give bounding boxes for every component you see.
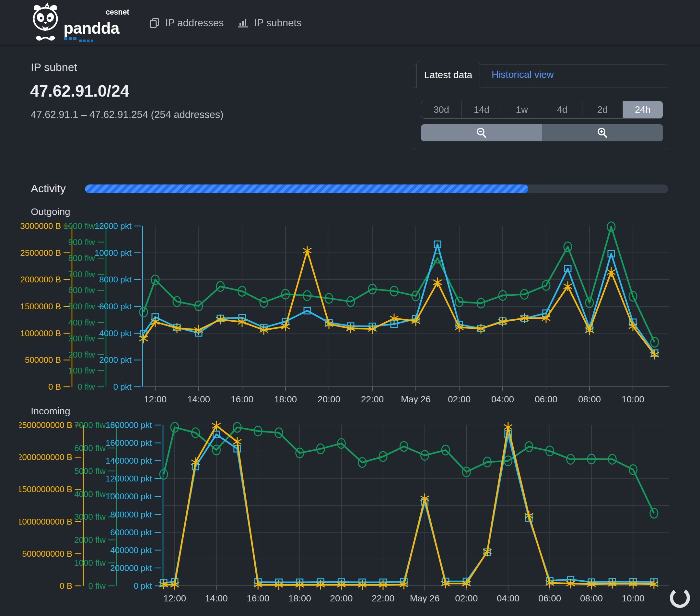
magnifier-plus-icon — [596, 127, 609, 139]
svg-text:02:00: 02:00 — [455, 593, 478, 603]
outgoing-pkt-axis: 0 pkt2000 pkt4000 pkt6000 pkt8000 pkt100… — [95, 221, 142, 392]
app-root: pandda cesnet IP addresses — [0, 0, 700, 616]
svg-text:900 flw: 900 flw — [68, 237, 95, 247]
svg-text:1200000 pkt: 1200000 pkt — [105, 474, 152, 483]
svg-text:3000000 B: 3000000 B — [20, 221, 61, 231]
activity-progress-fill — [85, 184, 528, 193]
brand-suffix: cesnet — [105, 8, 129, 16]
top-header-bar: pandda cesnet IP addresses — [0, 0, 700, 46]
svg-text:1000000 B: 1000000 B — [20, 329, 61, 338]
svg-text:22:00: 22:00 — [361, 394, 384, 404]
svg-text:1400000 pkt: 1400000 pkt — [105, 456, 152, 466]
nav-item-label: IP addresses — [165, 17, 224, 29]
svg-text:3000 flw: 3000 flw — [74, 512, 105, 522]
svg-text:200 flw: 200 flw — [68, 350, 95, 359]
svg-text:16:00: 16:00 — [231, 394, 253, 404]
range-button-2d[interactable]: 2d — [582, 101, 623, 118]
svg-text:600 flw: 600 flw — [68, 285, 95, 295]
svg-text:0 flw: 0 flw — [78, 382, 95, 392]
svg-text:300 flw: 300 flw — [68, 334, 95, 343]
subnet-address-range: 47.62.91.1 – 47.62.91.254 (254 addresses… — [31, 109, 224, 121]
svg-text:04:00: 04:00 — [497, 593, 520, 603]
svg-text:4000 flw: 4000 flw — [74, 489, 105, 499]
zoom-in-button[interactable] — [542, 124, 663, 141]
brand-logo[interactable]: pandda cesnet — [30, 2, 134, 44]
svg-text:1000000 pkt: 1000000 pkt — [105, 492, 152, 501]
svg-text:1500000000 B: 1500000000 B — [20, 484, 72, 494]
svg-text:10:00: 10:00 — [622, 394, 644, 404]
svg-text:5000 flw: 5000 flw — [74, 466, 105, 476]
range-button-14d[interactable]: 14d — [462, 101, 502, 118]
incoming-B-axis: 0 B500000000 B1000000000 B1500000000 B20… — [20, 420, 83, 591]
panda-logo-icon — [30, 2, 61, 44]
svg-text:0 pkt: 0 pkt — [113, 382, 132, 392]
svg-text:7000 flw: 7000 flw — [74, 420, 105, 430]
svg-text:2000 flw: 2000 flw — [74, 535, 105, 545]
svg-text:500000000 B: 500000000 B — [22, 549, 72, 559]
svg-text:0 B: 0 B — [60, 581, 72, 591]
incoming-chart: 12:0014:0016:0018:0020:0022:00May 2602:0… — [20, 404, 674, 616]
svg-text:500 flw: 500 flw — [68, 301, 95, 311]
loading-spinner-icon — [668, 586, 691, 609]
svg-text:12:00: 12:00 — [144, 394, 166, 404]
svg-text:800000 pkt: 800000 pkt — [110, 510, 152, 519]
tab-latest-data[interactable]: Latest data — [416, 61, 480, 88]
svg-text:800 flw: 800 flw — [68, 253, 95, 263]
nav-item-ip-addresses[interactable]: IP addresses — [149, 17, 224, 29]
svg-text:08:00: 08:00 — [580, 593, 603, 603]
svg-text:16:00: 16:00 — [247, 593, 269, 603]
activity-progress-bar — [85, 184, 668, 193]
tabs-row: Latest data Historical view — [413, 64, 668, 88]
svg-text:4000 pkt: 4000 pkt — [99, 329, 132, 338]
svg-text:May 26: May 26 — [410, 593, 440, 603]
svg-text:22:00: 22:00 — [372, 593, 395, 603]
incoming-flows-series — [160, 422, 658, 518]
range-button-1w[interactable]: 1w — [502, 101, 542, 118]
svg-text:2500000000 B: 2500000000 B — [20, 420, 72, 430]
svg-text:2000000 B: 2000000 B — [20, 275, 61, 284]
svg-text:12:00: 12:00 — [163, 593, 186, 603]
nav-item-ip-subnets[interactable]: IP subnets — [237, 17, 301, 29]
nav-item-label: IP subnets — [254, 17, 301, 29]
subnet-cidr-title: 47.62.91.0/24 — [30, 82, 129, 100]
outgoing-flows-series — [140, 222, 659, 347]
time-range-group: 30d 14d 1w 4d 2d 24h — [421, 101, 663, 119]
svg-text:04:00: 04:00 — [491, 394, 514, 404]
svg-text:400 flw: 400 flw — [68, 318, 95, 328]
svg-text:14:00: 14:00 — [205, 593, 228, 603]
svg-text:6000 flw: 6000 flw — [74, 443, 105, 453]
bar-chart-icon — [237, 17, 249, 28]
svg-text:500000 B: 500000 B — [25, 355, 61, 365]
svg-text:100 flw: 100 flw — [68, 366, 95, 375]
svg-text:600000 pkt: 600000 pkt — [110, 528, 152, 537]
range-button-4d[interactable]: 4d — [542, 101, 582, 118]
svg-text:1000000000 B: 1000000000 B — [20, 517, 72, 527]
outgoing-chart: 12:0014:0016:0018:0020:0022:00May 2602:0… — [20, 204, 674, 407]
range-button-30d[interactable]: 30d — [421, 101, 462, 118]
svg-text:200000 pkt: 200000 pkt — [110, 563, 152, 573]
page-title: IP subnet — [31, 61, 77, 74]
outgoing-packets-series — [140, 241, 658, 356]
activity-section-label: Activity — [31, 182, 66, 195]
svg-text:10000 pkt: 10000 pkt — [95, 248, 132, 258]
svg-text:2000000000 B: 2000000000 B — [20, 452, 72, 462]
svg-text:12000 pkt: 12000 pkt — [95, 221, 132, 231]
svg-text:18:00: 18:00 — [274, 394, 297, 404]
svg-text:10:00: 10:00 — [622, 593, 645, 603]
zoom-out-button[interactable] — [421, 124, 542, 141]
outgoing-B-axis: 0 B500000 B1000000 B1500000 B2000000 B25… — [20, 221, 72, 392]
svg-text:700 flw: 700 flw — [68, 269, 95, 279]
svg-text:06:00: 06:00 — [538, 593, 561, 603]
incoming-pkt-axis: 0 pkt200000 pkt400000 pkt600000 pkt80000… — [105, 420, 163, 591]
svg-text:6000 pkt: 6000 pkt — [99, 301, 132, 311]
copy-pages-icon — [149, 17, 160, 28]
svg-text:1000 flw: 1000 flw — [63, 221, 95, 231]
svg-text:0 pkt: 0 pkt — [134, 581, 152, 591]
svg-text:May 26: May 26 — [401, 394, 431, 404]
svg-text:1800000 pkt: 1800000 pkt — [105, 420, 152, 430]
brand-name: pandda — [63, 19, 119, 38]
range-button-24h[interactable]: 24h — [623, 101, 663, 118]
tab-historical-view[interactable]: Historical view — [480, 61, 565, 88]
svg-text:1000 flw: 1000 flw — [74, 558, 105, 568]
magnifier-minus-icon — [475, 127, 488, 139]
